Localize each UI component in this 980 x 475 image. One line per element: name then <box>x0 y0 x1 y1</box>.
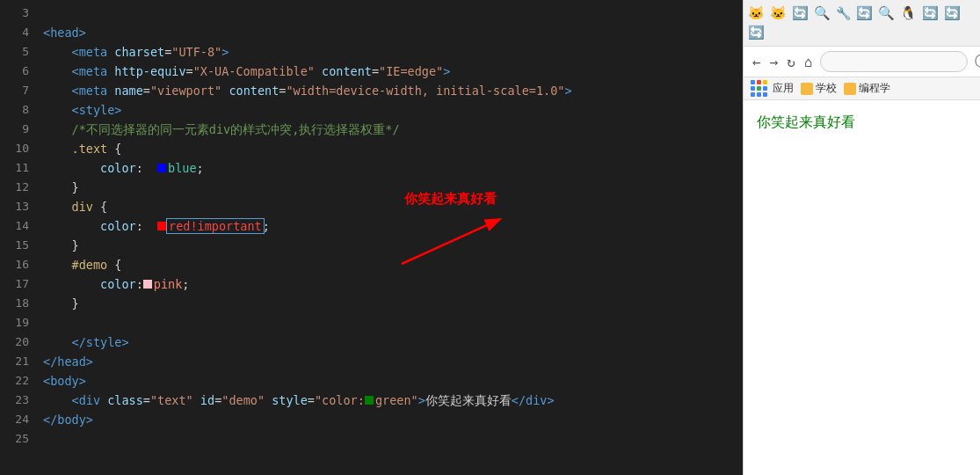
code-line-18: 18 } <box>0 294 743 313</box>
browser-icon-7[interactable]: 🔍 <box>875 4 897 23</box>
info-button[interactable]: ⓘ <box>973 53 980 71</box>
arrow-label: 你笑起来真好看 <box>404 189 497 208</box>
code-line-12: 12 } <box>0 178 743 197</box>
browser-icon-2[interactable]: 🐱 <box>767 4 789 23</box>
browser-content: 你笑起来真好看 <box>744 100 980 475</box>
address-bar[interactable] <box>820 51 968 72</box>
color-swatch-green <box>365 396 374 405</box>
browser-icon-6[interactable]: 🔄 <box>853 4 875 23</box>
browser-icon-9[interactable]: 🔄 <box>919 4 941 23</box>
code-line-5: 5 <meta charset="UTF-8"> <box>0 42 743 62</box>
code-editor: 3 4 <head> 5 <meta charset="UTF-8"> 6 <m… <box>0 0 743 475</box>
browser-nav-bar: ← → ↻ ⌂ ⓘ 文 <box>744 47 980 77</box>
forward-button[interactable]: → <box>768 54 780 70</box>
back-button[interactable]: ← <box>751 54 763 70</box>
code-line-25: 25 <box>0 429 743 449</box>
browser-icon-11[interactable]: 🔄 <box>745 23 767 42</box>
browser-icon-5[interactable]: 🔧 <box>833 4 853 22</box>
code-line-8: 8 <style> <box>0 100 743 120</box>
browser-icon-10[interactable]: 🔄 <box>941 4 963 23</box>
browser-toolbar: 🐱 🐱 🔄 🔍 🔧 🔄 🔍 🐧 🔄 🔄 🔄 <box>744 0 980 47</box>
apps-label: 应用 <box>773 81 794 96</box>
code-line-11: 11 color: blue; <box>0 158 743 178</box>
code-line-19: 19 <box>0 313 743 332</box>
browser-icon-8[interactable]: 🐧 <box>897 4 919 23</box>
school-bookmark-icon <box>801 83 813 95</box>
code-line-17: 17 color:pink; <box>0 274 743 294</box>
code-line-14: 14 color: red!important; <box>0 216 743 236</box>
code-line-10: 10 .text { <box>0 139 743 158</box>
color-swatch-pink <box>143 280 152 289</box>
apps-bookmark[interactable]: 应用 <box>751 80 794 97</box>
code-line-4: 4 <head> <box>0 23 743 42</box>
color-swatch-red <box>157 222 166 230</box>
code-line-6: 6 <meta http-equiv="X-UA-Compatible" con… <box>0 62 743 81</box>
important-value: red!important <box>166 218 265 234</box>
school-label: 学校 <box>816 81 837 96</box>
code-line-7: 7 <meta name="viewport" content="width=d… <box>0 81 743 100</box>
browser-icon-1[interactable]: 🐱 <box>745 4 767 23</box>
code-line-16: 16 #demo { <box>0 255 743 274</box>
code-line-3: 3 <box>0 4 743 23</box>
reload-button[interactable]: ↻ <box>785 54 797 70</box>
code-line-23: 23 <div class="text" id="demo" style="co… <box>0 391 743 410</box>
code-line-24: 24 </body> <box>0 410 743 429</box>
bookmarks-bar: 应用 学校 编程学 <box>744 77 980 100</box>
home-button[interactable]: ⌂ <box>802 54 815 70</box>
color-swatch-blue <box>157 164 166 172</box>
code-line-13: 13 div { <box>0 197 743 216</box>
coding-bookmark-icon <box>844 83 856 95</box>
browser-panel: 🐱 🐱 🔄 🔍 🔧 🔄 🔍 🐧 🔄 🔄 🔄 ← → ↻ ⌂ ⓘ 文 <box>743 0 980 475</box>
code-line-22: 22 <body> <box>0 371 743 391</box>
code-line-21: 21 </head> <box>0 352 743 371</box>
code-line-20: 20 </style> <box>0 332 743 352</box>
browser-icon-3[interactable]: 🔄 <box>789 4 811 23</box>
coding-bookmark[interactable]: 编程学 <box>844 81 890 96</box>
browser-icon-4[interactable]: 🔍 <box>811 4 833 23</box>
code-line-15: 15 } <box>0 236 743 255</box>
demo-div-text: 你笑起来真好看 <box>757 113 967 132</box>
school-bookmark[interactable]: 学校 <box>801 81 837 96</box>
code-line-9: 9 /*不同选择器的同一元素div的样式冲突,执行选择器权重*/ <box>0 120 743 139</box>
coding-label: 编程学 <box>859 81 890 96</box>
apps-grid-icon <box>751 80 767 97</box>
